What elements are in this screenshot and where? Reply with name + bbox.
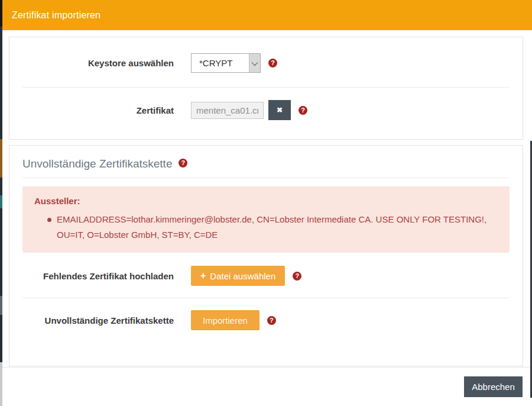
upload-row: Fehlendes Zertifikat hochladen + Datei a… xyxy=(9,253,523,298)
choose-file-button[interactable]: + Datei auswählen xyxy=(191,266,285,286)
issuer-list-item: EMAILADDRESS=lothar.kimmeringer@lobster.… xyxy=(47,212,497,243)
import-label: Unvollständige Zertifikatskette xyxy=(22,315,174,326)
close-icon: ✖ xyxy=(277,106,283,114)
issuer-alert: Aussteller: EMAILADDRESS=lothar.kimmerin… xyxy=(22,186,510,252)
background-page-edge-left xyxy=(0,0,2,406)
certificate-help-icon[interactable]: ? xyxy=(299,106,307,115)
plus-icon: + xyxy=(200,270,206,281)
import-certificate-dialog: Zertifikat importieren Keystore auswähle… xyxy=(0,0,532,406)
chain-help-icon[interactable]: ? xyxy=(179,159,187,167)
modal-footer: Abbrechen xyxy=(0,367,532,406)
modal-header: Zertifikat importieren xyxy=(0,0,532,30)
issuer-list: EMAILADDRESS=lothar.kimmeringer@lobster.… xyxy=(47,212,498,243)
issuer-label: Aussteller: xyxy=(34,196,498,206)
chevron-down-icon xyxy=(249,54,260,72)
keystore-select[interactable]: *CRYPT xyxy=(191,53,261,73)
divider xyxy=(22,178,510,178)
certificate-filename-input[interactable] xyxy=(191,102,264,119)
cancel-button[interactable]: Abbrechen xyxy=(464,376,523,397)
modal-title: Zertifikat importieren xyxy=(12,10,100,21)
certificate-label: Zertifikat xyxy=(22,105,174,115)
keystore-help-icon[interactable]: ? xyxy=(268,59,277,67)
keystore-panel: Keystore auswählen *CRYPT ? Zertifikat ✖… xyxy=(9,37,523,140)
choose-file-button-label: Datei auswählen xyxy=(210,271,275,281)
chain-panel: Unvollständige Zertifikatskette ? Ausste… xyxy=(9,145,523,366)
import-help-icon[interactable]: ? xyxy=(267,316,276,325)
import-button-label: Importieren xyxy=(203,315,248,326)
remove-certificate-button[interactable]: ✖ xyxy=(268,100,291,120)
chain-section-header: Unvollständige Zertifikatskette ? xyxy=(9,146,523,178)
upload-help-icon[interactable]: ? xyxy=(293,272,301,281)
keystore-select-value: *CRYPT xyxy=(192,54,249,72)
import-row: Unvollständige Zertifikatskette Importie… xyxy=(9,298,523,342)
certificate-row: Zertifikat ✖ ? xyxy=(9,88,523,139)
keystore-row: Keystore auswählen *CRYPT ? xyxy=(9,37,523,87)
keystore-label: Keystore auswählen xyxy=(22,58,174,68)
chain-heading: Unvollständige Zertifikatskette xyxy=(22,157,172,170)
upload-label: Fehlendes Zertifikat hochladen xyxy=(22,271,174,281)
import-button[interactable]: Importieren xyxy=(191,310,259,330)
